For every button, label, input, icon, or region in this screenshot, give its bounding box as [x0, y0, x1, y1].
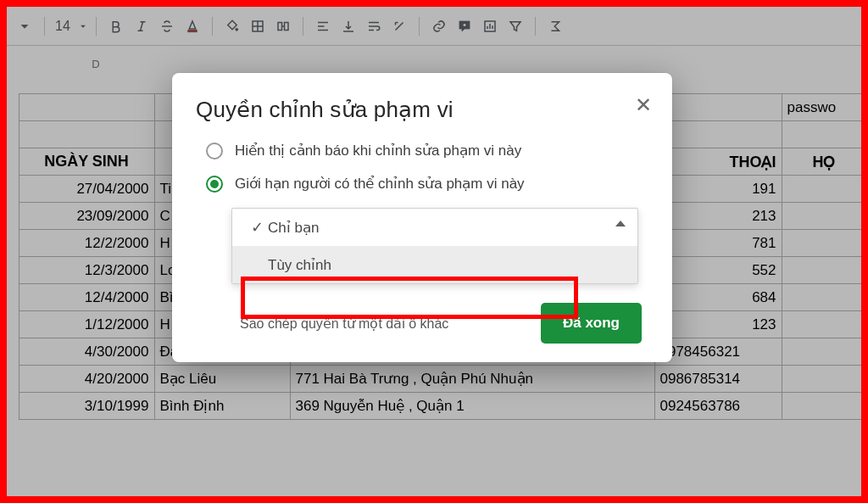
strikethrough-icon[interactable]: [154, 14, 180, 39]
option-show-warning[interactable]: Hiển thị cảnh báo khi chỉnh sửa phạm vi …: [206, 142, 650, 159]
text-color-icon[interactable]: [180, 14, 205, 39]
header-ngay-sinh: NGÀY SINH: [19, 148, 154, 176]
fill-color-icon[interactable]: [220, 14, 245, 39]
close-icon[interactable]: ✕: [630, 92, 657, 119]
v-align-icon[interactable]: [336, 14, 361, 39]
table-row: 4/20/2000Bạc Liêu771 Hai Bà Trưng , Quận…: [7, 366, 866, 393]
text-rotate-icon[interactable]: [387, 14, 412, 39]
font-size-value: 14: [52, 19, 74, 34]
option-warn-label: Hiển thị cảnh báo khi chỉnh sửa phạm vi …: [235, 142, 521, 159]
select-option-custom[interactable]: Tùy chỉnh: [232, 246, 637, 283]
restrict-select-dropdown[interactable]: ✓ Chỉ bạn Tùy chỉnh: [231, 208, 638, 284]
option-restrict-editors[interactable]: Giới hạn người có thể chỉnh sửa phạm vi …: [206, 175, 650, 193]
header-password: passwo: [782, 94, 866, 121]
filter-icon[interactable]: [503, 14, 528, 39]
chart-icon[interactable]: [477, 14, 503, 39]
merge-cells-icon[interactable]: [270, 14, 296, 39]
custom-label: Tùy chỉnh: [246, 256, 331, 274]
check-icon: ✓: [246, 218, 268, 237]
svg-rect-0: [188, 30, 198, 31]
h-align-icon[interactable]: [310, 14, 336, 39]
header-thoai: THOẠI: [654, 148, 782, 176]
done-button[interactable]: Đã xong: [541, 303, 642, 344]
chevron-down-icon[interactable]: [12, 14, 37, 39]
select-option-only-you[interactable]: ✓ Chỉ bạn: [232, 209, 637, 246]
font-size-control[interactable]: 14: [52, 19, 89, 34]
range-permissions-dialog: ✕ Quyền chỉnh sửa phạm vi Hiển thị cảnh …: [172, 73, 672, 362]
option-restrict-label: Giới hạn người có thể chỉnh sửa phạm vi …: [235, 175, 525, 193]
copy-permissions-link[interactable]: Sao chép quyền từ một dải ô khác: [240, 316, 448, 332]
text-wrap-icon[interactable]: [361, 14, 387, 39]
comment-icon[interactable]: [452, 14, 477, 39]
italic-icon[interactable]: [129, 14, 154, 39]
table-row: 3/10/1999Bình Định369 Nguyễn Huệ , Quận …: [7, 393, 866, 420]
caret-up-icon: [615, 221, 626, 226]
radio-unchecked-icon[interactable]: [206, 143, 223, 159]
radio-checked-icon[interactable]: [206, 176, 223, 193]
header-ho: HỌ: [782, 148, 866, 176]
only-you-label: Chỉ bạn: [268, 219, 319, 237]
link-icon[interactable]: [426, 14, 452, 39]
functions-icon[interactable]: [542, 14, 568, 39]
bold-icon[interactable]: [103, 14, 129, 39]
borders-icon[interactable]: [245, 14, 270, 39]
svg-point-1: [236, 28, 238, 31]
toolbar: 14: [7, 7, 861, 46]
dialog-title: Quyền chỉnh sửa phạm vi: [196, 97, 650, 123]
